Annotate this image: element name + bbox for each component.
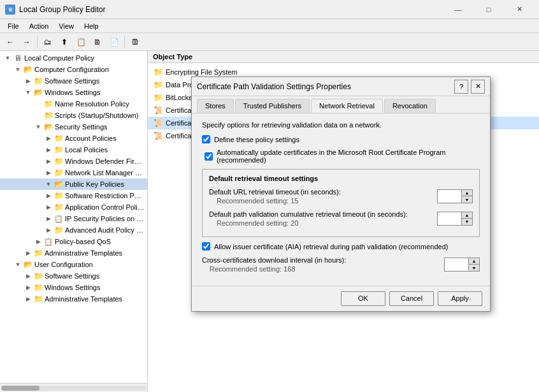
folder-open-icon: 📂 <box>23 64 33 75</box>
scrollbar-thumb[interactable] <box>1 386 40 391</box>
tree-label: IP Security Policies on Local Comput... <box>65 215 145 222</box>
define-settings-label: Define these policy settings <box>214 136 299 143</box>
minimize-button[interactable]: — <box>443 0 473 19</box>
ok-button[interactable]: OK <box>341 291 385 306</box>
tree-item-software-settings[interactable]: ▶ 📁 Software Settings <box>0 75 147 87</box>
folder-open-icon: 📂 <box>33 87 43 98</box>
url-timeout-down[interactable]: ▼ <box>462 196 472 203</box>
tab-network-retrieval[interactable]: Network Retrieval <box>311 99 383 113</box>
folder-icon: 📁 <box>33 248 43 258</box>
dialog-title-buttons: ? ✕ <box>454 80 485 94</box>
cancel-button[interactable]: Cancel <box>389 291 434 306</box>
folder-icon: 📁 <box>33 294 43 304</box>
tree-item-public-key[interactable]: ▼ 📂 Public Key Policies <box>0 178 147 190</box>
toolbar-btn-3[interactable]: 📋 <box>73 35 89 49</box>
toolbar-btn-4[interactable]: 🗎 <box>90 35 105 49</box>
path-timeout-up[interactable]: ▲ <box>462 212 472 219</box>
tree-scrollbar[interactable] <box>0 383 147 392</box>
tree-item-scripts[interactable]: 📁 Scripts (Startup/Shutdown) <box>0 110 147 121</box>
cross-cert-down[interactable]: ▼ <box>469 265 479 271</box>
tree-item-software-settings-user[interactable]: ▶ 📁 Software Settings <box>0 270 147 282</box>
maximize-button[interactable]: □ <box>474 0 503 19</box>
cross-cert-input[interactable]: 168 <box>445 258 468 271</box>
tree-item-account-policies[interactable]: ▶ 📁 Account Policies <box>0 133 147 144</box>
tree-item-ip-security[interactable]: ▶ 📋 IP Security Policies on Local Comput… <box>0 213 147 224</box>
title-bar: 🖥 Local Group Policy Editor — □ ✕ <box>0 0 539 19</box>
folder-icon: 📁 <box>54 168 64 178</box>
cross-cert-spinner[interactable]: 168 ▲ ▼ <box>444 258 480 272</box>
cross-cert-label: Cross-certificates download interval (in… <box>202 256 444 274</box>
toolbar-btn-2[interactable]: ⬆ <box>57 35 72 49</box>
tree-view: ▼ 🖥 Local Computer Policy ▼ 📂 Computer C… <box>0 51 147 383</box>
toolbar-btn-6[interactable]: 🖺 <box>127 35 143 49</box>
toolbar-btn-5[interactable]: 📄 <box>106 35 122 49</box>
toolbar-separator-2 <box>124 36 125 48</box>
folder-icon: 📁 <box>54 225 64 235</box>
close-button[interactable]: ✕ <box>505 0 534 19</box>
forward-button[interactable]: → <box>19 35 34 49</box>
url-timeout-row: Default URL retrieval timeout (in second… <box>209 187 473 206</box>
tab-revocation[interactable]: Revocation <box>384 99 436 113</box>
folder-icon: 📁 <box>54 145 64 155</box>
tree-label: Software Settings <box>45 272 99 280</box>
folder-icon: 📁 <box>43 110 54 120</box>
expand-icon: ▶ <box>23 284 33 291</box>
tree-item-advanced-audit[interactable]: ▶ 📁 Advanced Audit Policy Configuratio..… <box>0 224 147 236</box>
auto-update-checkbox[interactable] <box>205 152 213 161</box>
cross-cert-up[interactable]: ▲ <box>469 258 479 265</box>
dialog-close-button[interactable]: ✕ <box>471 80 485 94</box>
tree-item-software-restriction[interactable]: ▶ 📁 Software Restriction Policies <box>0 190 147 201</box>
folder-icon: 📁 <box>54 202 64 212</box>
dialog-content: Specify options for retrieving validatio… <box>192 113 490 286</box>
back-button[interactable]: ← <box>3 35 18 49</box>
path-timeout-down[interactable]: ▼ <box>462 219 472 225</box>
url-timeout-label: Default URL retrieval timeout (in second… <box>209 187 437 206</box>
tree-item-network-list[interactable]: ▶ 📁 Network List Manager Policies <box>0 167 147 178</box>
url-timeout-up[interactable]: ▲ <box>462 190 472 196</box>
expand-icon: ▶ <box>43 158 54 164</box>
doc-icon: 📋 <box>43 236 54 247</box>
tab-trusted-publishers[interactable]: Trusted Publishers <box>235 99 310 113</box>
tree-item-computer-configuration[interactable]: ▼ 📂 Computer Configuration <box>0 64 147 75</box>
expand-icon: ▶ <box>43 192 54 199</box>
tree-item-application-control[interactable]: ▶ 📁 Application Control Policies <box>0 201 147 213</box>
url-timeout-spinner[interactable]: 15 ▲ ▼ <box>437 189 473 203</box>
toolbar-btn-1[interactable]: 🗂 <box>40 35 55 49</box>
apply-button[interactable]: Apply <box>438 291 482 306</box>
tree-label: Windows Defender Firewall with Adv... <box>65 157 145 165</box>
url-timeout-sublabel: Recommended setting: 15 <box>209 196 437 205</box>
url-timeout-input[interactable]: 15 <box>438 190 461 203</box>
tree-item-admin-templates-user[interactable]: ▶ 📁 Administrative Templates <box>0 293 147 305</box>
tree-item-local-policies[interactable]: ▶ 📁 Local Policies <box>0 144 147 156</box>
menu-action[interactable]: Action <box>24 21 54 31</box>
cert-icon: 📜 <box>153 105 163 115</box>
tree-item-name-resolution[interactable]: 📁 Name Resolution Policy <box>0 98 147 110</box>
tree-item-windows-settings-user[interactable]: ▶ 📁 Windows Settings <box>0 282 147 293</box>
expand-icon: ▶ <box>43 227 54 233</box>
path-timeout-row: Default path validation cumulative retri… <box>209 210 473 228</box>
dialog-help-button[interactable]: ? <box>454 80 468 94</box>
tree-item-local-computer-policy[interactable]: ▼ 🖥 Local Computer Policy <box>0 52 147 64</box>
allow-issuer-checkbox[interactable] <box>202 242 210 250</box>
expand-icon: ▶ <box>43 147 54 153</box>
app-icon: 🖥 <box>5 4 15 15</box>
tree-item-policy-based-qos[interactable]: ▶ 📋 Policy-based QoS <box>0 236 147 247</box>
tree-item-windows-settings[interactable]: ▼ 📂 Windows Settings <box>0 87 147 98</box>
scrollbar-track[interactable] <box>1 386 146 391</box>
path-timeout-spinner[interactable]: 20 ▲ ▼ <box>437 212 473 226</box>
menu-file[interactable]: File <box>3 21 24 31</box>
tree-item-user-configuration[interactable]: ▼ 📂 User Configuration <box>0 259 147 270</box>
folder-open-icon: 📂 <box>43 122 54 132</box>
tree-label: Network List Manager Policies <box>65 169 145 177</box>
tree-item-windows-defender[interactable]: ▶ 📁 Windows Defender Firewall with Adv..… <box>0 156 147 167</box>
define-settings-checkbox[interactable] <box>202 135 210 143</box>
tree-label: Security Settings <box>55 123 108 131</box>
tree-item-admin-templates-comp[interactable]: ▶ 📁 Administrative Templates <box>0 247 147 259</box>
path-timeout-input[interactable]: 20 <box>438 212 461 225</box>
dialog-cert-path-validation: Certificate Path Validation Settings Pro… <box>191 76 491 312</box>
tab-stores[interactable]: Stores <box>197 99 234 113</box>
menu-view[interactable]: View <box>54 21 79 31</box>
path-timeout-sublabel: Recommended setting: 20 <box>209 219 437 228</box>
menu-help[interactable]: Help <box>79 21 104 31</box>
tree-item-security-settings[interactable]: ▼ 📂 Security Settings <box>0 121 147 133</box>
